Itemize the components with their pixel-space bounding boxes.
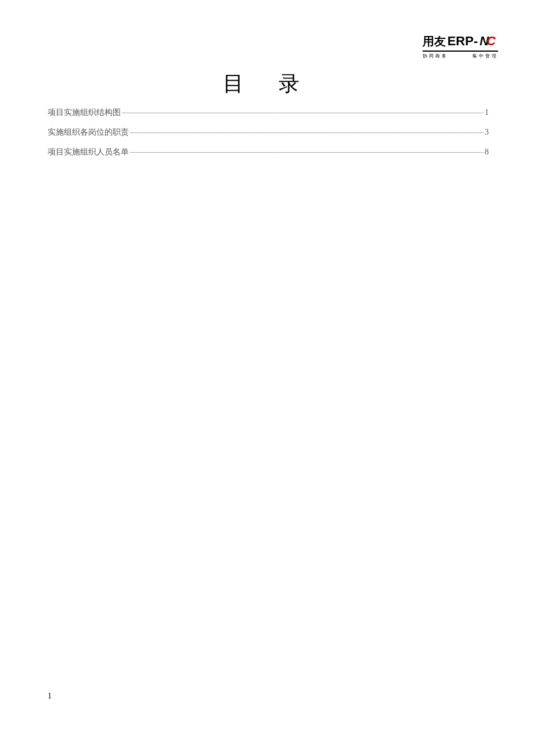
- title-char-2: 录: [279, 72, 311, 95]
- logo-erp-text: ERP-: [448, 34, 478, 49]
- toc-label: 实施组织各岗位的职责: [48, 127, 129, 138]
- logo-sub-left: 协同商务: [423, 53, 448, 59]
- toc-label: 项目实施组织人员名单: [48, 147, 129, 157]
- toc-item: 项目实施组织结构图 1: [48, 107, 489, 118]
- logo-nc-text: NC: [479, 34, 498, 49]
- toc-item: 实施组织各岗位的职责 3: [48, 127, 489, 138]
- toc-dots: [130, 152, 484, 153]
- toc-item: 项目实施组织人员名单 8: [48, 147, 489, 157]
- page-title: 目录: [0, 70, 534, 98]
- title-char-1: 目: [223, 72, 255, 95]
- logo-subtitle: 协同商务 集中管理: [423, 53, 498, 59]
- logo-sub-right: 集中管理: [472, 53, 498, 59]
- toc-page: 8: [485, 147, 489, 157]
- logo: 用友 ERP- NC 协同商务 集中管理: [423, 34, 498, 59]
- logo-c: C: [486, 34, 496, 48]
- page-number: 1: [48, 692, 52, 701]
- toc-page: 3: [485, 128, 489, 137]
- table-of-contents: 项目实施组织结构图 1 实施组织各岗位的职责 3 项目实施组织人员名单 8: [48, 107, 489, 167]
- toc-dots: [122, 113, 484, 113]
- logo-cn-text: 用友: [423, 34, 446, 49]
- logo-main: 用友 ERP- NC: [423, 34, 498, 52]
- toc-page: 1: [485, 108, 489, 117]
- toc-dots: [130, 132, 484, 133]
- toc-label: 项目实施组织结构图: [48, 107, 121, 118]
